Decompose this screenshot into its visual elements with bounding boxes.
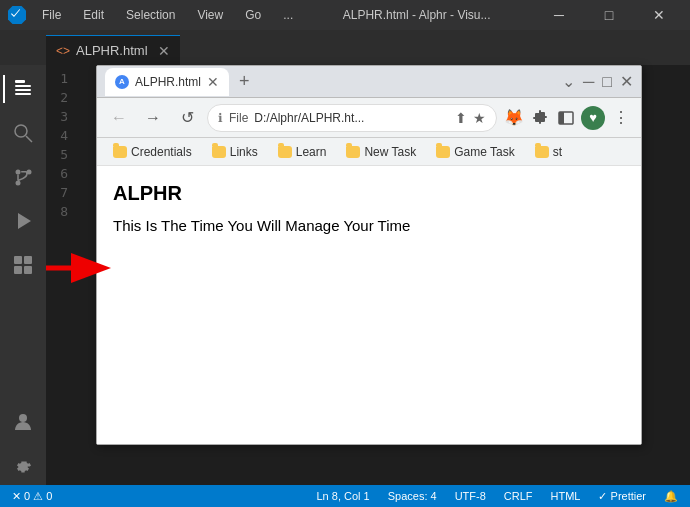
activity-source-control[interactable] <box>3 157 43 197</box>
extensions-puzzle-icon[interactable] <box>529 107 551 129</box>
address-star-icon[interactable]: ★ <box>473 110 486 126</box>
svg-rect-16 <box>559 112 564 124</box>
back-button[interactable]: ← <box>105 104 133 132</box>
bookmark-st[interactable]: st <box>527 143 570 161</box>
svg-rect-1 <box>15 85 31 87</box>
statusbar-right: Ln 8, Col 1 Spaces: 4 UTF-8 CRLF HTML ✓ … <box>313 490 683 503</box>
svg-rect-0 <box>15 80 25 83</box>
statusbar-line-ending[interactable]: CRLF <box>500 490 537 502</box>
bookmark-learn[interactable]: Learn <box>270 143 335 161</box>
svg-point-4 <box>15 125 27 137</box>
bookmark-folder-icon <box>535 146 549 158</box>
svg-rect-3 <box>15 93 31 95</box>
statusbar-encoding[interactable]: UTF-8 <box>451 490 490 502</box>
activity-run[interactable] <box>3 201 43 241</box>
browser-down-icon[interactable]: ⌄ <box>562 72 575 91</box>
statusbar-spaces[interactable]: Spaces: 4 <box>384 490 441 502</box>
menu-view[interactable]: View <box>193 6 227 24</box>
reload-button[interactable]: ↺ <box>173 104 201 132</box>
vscode-logo <box>8 6 26 24</box>
close-button[interactable]: ✕ <box>636 0 682 30</box>
menu-edit[interactable]: Edit <box>79 6 108 24</box>
browser-close-icon[interactable]: ✕ <box>620 72 633 91</box>
bookmarks-bar: Credentials Links Learn New Task Game Ta… <box>97 138 641 166</box>
error-icon: ✕ <box>12 490 21 503</box>
window-title: ALPHR.html - Alphr - Visu... <box>309 8 524 22</box>
address-end-icons: ⬆ ★ <box>455 110 486 126</box>
activity-account[interactable] <box>3 401 43 441</box>
svg-marker-9 <box>18 213 31 229</box>
statusbar-formatter[interactable]: ✓ Prettier <box>594 490 650 503</box>
statusbar-bell[interactable]: 🔔 <box>660 490 682 503</box>
svg-rect-10 <box>14 256 22 264</box>
address-bar[interactable]: ℹ File D:/Alphr/ALPHR.ht... ⬆ ★ <box>207 104 497 132</box>
address-protocol: File <box>229 111 248 125</box>
address-info-icon: ℹ <box>218 111 223 125</box>
menu-more[interactable]: ... <box>279 6 297 24</box>
statusbar-position[interactable]: Ln 8, Col 1 <box>313 490 374 502</box>
svg-rect-2 <box>15 89 31 91</box>
address-share-icon[interactable]: ⬆ <box>455 110 467 126</box>
menu-selection[interactable]: Selection <box>122 6 179 24</box>
bookmark-game-task-label: Game Task <box>454 145 514 159</box>
browser-window: A ALPHR.html ✕ + ⌄ ─ □ ✕ ← → ↺ ℹ File D:… <box>96 65 642 445</box>
svg-rect-11 <box>24 256 32 264</box>
position-text: Ln 8, Col 1 <box>317 490 370 502</box>
bell-icon: 🔔 <box>664 490 678 503</box>
bookmark-new-task[interactable]: New Task <box>338 143 424 161</box>
tab-alphr-html[interactable]: <> ALPHR.html ✕ <box>46 35 180 65</box>
bookmark-credentials-label: Credentials <box>131 145 192 159</box>
browser-menu-icon[interactable]: ⋮ <box>609 106 633 130</box>
statusbar-errors[interactable]: ✕ 0 ⚠ 0 <box>8 490 56 503</box>
sidebar-toggle-icon[interactable] <box>555 107 577 129</box>
browser-toolbar: ← → ↺ ℹ File D:/Alphr/ALPHR.ht... ⬆ ★ 🦊 <box>97 98 641 138</box>
language-text: HTML <box>551 490 581 502</box>
bookmark-credentials[interactable]: Credentials <box>105 143 200 161</box>
formatter-text: ✓ Prettier <box>598 490 646 503</box>
new-tab-button[interactable]: + <box>239 71 250 92</box>
bookmark-new-task-label: New Task <box>364 145 416 159</box>
activity-explorer[interactable] <box>3 69 43 109</box>
bookmark-folder-icon <box>113 146 127 158</box>
activity-search[interactable] <box>3 113 43 153</box>
menu-bar: File Edit Selection View Go ... <box>38 6 297 24</box>
maximize-button[interactable]: □ <box>586 0 632 30</box>
warning-icon: ⚠ <box>33 490 43 503</box>
window-controls: ─ □ ✕ <box>536 0 682 30</box>
tampermonkey-icon[interactable]: 🦊 <box>503 107 525 129</box>
svg-point-6 <box>16 170 21 175</box>
spaces-text: Spaces: 4 <box>388 490 437 502</box>
browser-tab-close-icon[interactable]: ✕ <box>207 74 219 90</box>
tab-close-icon[interactable]: ✕ <box>158 43 170 59</box>
statusbar-left: ✕ 0 ⚠ 0 <box>8 490 56 503</box>
tab-label: ALPHR.html <box>76 43 148 58</box>
status-bar: ✕ 0 ⚠ 0 Ln 8, Col 1 Spaces: 4 UTF-8 CRLF… <box>0 485 690 507</box>
menu-go[interactable]: Go <box>241 6 265 24</box>
page-heading: ALPHR <box>113 182 625 205</box>
minimize-button[interactable]: ─ <box>536 0 582 30</box>
svg-line-5 <box>26 136 32 142</box>
browser-tab[interactable]: A ALPHR.html ✕ <box>105 68 229 96</box>
statusbar-language[interactable]: HTML <box>547 490 585 502</box>
activity-extensions[interactable] <box>3 245 43 285</box>
browser-maximize-icon[interactable]: □ <box>602 73 612 91</box>
activity-settings[interactable] <box>3 445 43 485</box>
browser-tab-bar-end: ⌄ ─ □ ✕ <box>256 72 633 91</box>
bookmark-links[interactable]: Links <box>204 143 266 161</box>
profile-icon[interactable]: ♥ <box>581 106 605 130</box>
browser-minimize-icon[interactable]: ─ <box>583 73 594 91</box>
svg-point-14 <box>19 414 27 422</box>
forward-button[interactable]: → <box>139 104 167 132</box>
bookmark-folder-icon <box>212 146 226 158</box>
menu-file[interactable]: File <box>38 6 65 24</box>
bookmark-game-task[interactable]: Game Task <box>428 143 522 161</box>
page-body-text: This Is The Time You Will Manage Your Ti… <box>113 217 625 234</box>
svg-rect-13 <box>24 266 32 274</box>
extension-icons: 🦊 ♥ ⋮ <box>503 106 633 130</box>
line-numbers: 1 2 3 4 5 6 7 8 <box>46 69 76 485</box>
line-ending-text: CRLF <box>504 490 533 502</box>
bookmark-folder-icon <box>278 146 292 158</box>
encoding-text: UTF-8 <box>455 490 486 502</box>
bookmark-st-label: st <box>553 145 562 159</box>
bookmark-folder-icon <box>436 146 450 158</box>
